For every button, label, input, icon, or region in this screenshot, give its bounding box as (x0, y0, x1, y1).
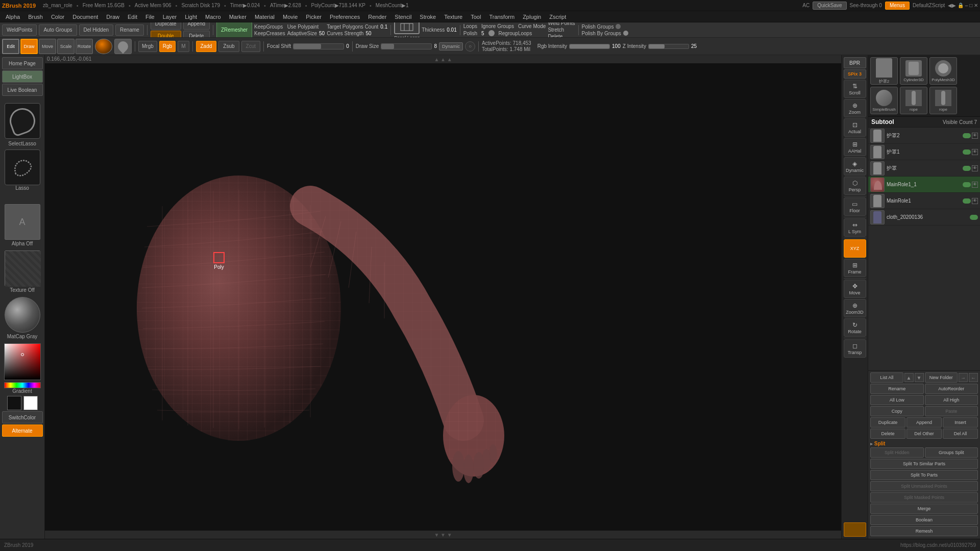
zoom-btn[interactable]: ⊕ Zoom (844, 99, 866, 117)
aahal-btn[interactable]: ⊞ AAHal (844, 138, 866, 156)
arrow-up-btn[interactable]: ▲ (904, 373, 914, 382)
foreground-color[interactable] (7, 396, 21, 410)
spix-badge[interactable]: SPix 3 (844, 69, 866, 79)
arrow-down-btn[interactable]: ▼ (915, 373, 924, 382)
alternate-btn[interactable]: Alternate (2, 424, 43, 437)
auto-reorder-btn[interactable]: AutoReorder (925, 384, 978, 394)
del-other-btn[interactable]: Del Other (906, 429, 942, 439)
subtool-item-hu1[interactable]: 护罩1 👁 (868, 144, 980, 160)
rename-btn[interactable]: Rename (115, 24, 144, 36)
persp-btn[interactable]: ⬡ Persp (844, 177, 866, 195)
delete-btn[interactable]: Delete (183, 31, 210, 38)
menu-layer[interactable]: Layer (159, 13, 181, 20)
rotate-nav-btn[interactable]: ↻ Rotate (844, 318, 866, 337)
menu-transform[interactable]: Transform (485, 13, 518, 20)
append-btn2[interactable]: Append (906, 417, 942, 428)
draw-size-ring[interactable]: ○ (465, 41, 475, 52)
zadd-btn[interactable]: Zadd (196, 41, 217, 52)
eye-toggle-hu1[interactable] (963, 149, 971, 155)
menu-alpha[interactable]: Alpha (2, 13, 23, 20)
eye-toggle-main1[interactable] (963, 198, 971, 204)
select-lasso-preview[interactable] (5, 103, 40, 139)
menu-color[interactable]: Color (47, 13, 68, 20)
color-picker[interactable] (4, 343, 41, 380)
actual-btn[interactable]: ⊡ Actual (844, 118, 866, 137)
see-through[interactable]: See-through 0 (850, 3, 882, 8)
stroke-preview[interactable] (114, 39, 132, 54)
menu-edit[interactable]: Edit (124, 13, 141, 20)
eye-toggle-hu[interactable] (963, 166, 971, 171)
dynamic-nav-btn[interactable]: ◈ Dynamic (844, 157, 866, 176)
background-color[interactable] (23, 396, 38, 410)
bpr-btn[interactable]: BPR (844, 57, 866, 68)
menu-picker[interactable]: Picker (302, 13, 325, 20)
panel-loops-icon[interactable] (394, 22, 420, 34)
frame-btn[interactable]: ⊞ Frame (844, 259, 866, 277)
menu-zplugin[interactable]: Zplugin (519, 13, 545, 20)
lock-main1-1[interactable]: 👁 (972, 182, 978, 188)
thumb-simplebrush[interactable]: SimpleBrush (870, 87, 898, 114)
menus-button[interactable]: Menus (885, 2, 910, 10)
draw-size-slider[interactable] (381, 43, 432, 49)
menu-stroke[interactable]: Stroke (416, 13, 439, 20)
delete-btn2[interactable]: Delete (870, 429, 905, 439)
menu-macro[interactable]: Macro (202, 13, 225, 20)
menu-marker[interactable]: Marker (226, 13, 250, 20)
thumb-polymesh3d[interactable]: PolyMesh3D (929, 57, 957, 85)
list-all-btn[interactable]: List All (870, 372, 903, 383)
bottom-orange-btn[interactable] (844, 522, 866, 537)
eye-toggle-hu2[interactable] (963, 133, 971, 138)
lightbox-btn[interactable]: LightBox (2, 70, 43, 83)
copy-btn[interactable]: Copy (870, 406, 924, 416)
eye-toggle-cloth[interactable] (970, 215, 978, 220)
edit-btn[interactable]: Edit (2, 39, 19, 54)
del-hidden-btn[interactable]: Del Hidden (79, 24, 113, 36)
scale-btn[interactable]: Scale (57, 39, 75, 54)
default-zscript[interactable]: DefaultZScript (913, 3, 945, 8)
mrgb-btn[interactable]: Mrgb (138, 41, 157, 52)
eye-toggle-main1-1[interactable] (963, 182, 971, 187)
scroll-btn[interactable]: ⇅ Scroll (844, 80, 866, 98)
move-nav-btn[interactable]: ✥ Move (844, 280, 866, 298)
polish-toggle[interactable] (488, 30, 495, 36)
menu-tool[interactable]: Tool (467, 13, 484, 20)
all-high-btn[interactable]: All High (925, 395, 978, 405)
split-unmasked-btn[interactable]: Split Unmasked Points (870, 481, 978, 491)
z-intensity-slider[interactable] (648, 44, 689, 49)
live-boolean-btn[interactable]: Live Boolean (2, 84, 43, 96)
folder-arrow-left[interactable]: ← (969, 373, 978, 382)
thumb-hu2[interactable]: 护罩2 (870, 57, 898, 85)
scroll-top[interactable]: ▲ ▲ ▲ (45, 55, 841, 63)
rotate-btn[interactable]: Rotate (76, 39, 93, 54)
m-btn[interactable]: M (178, 41, 189, 52)
folder-arrow-right[interactable]: → (959, 373, 968, 382)
append-btn[interactable]: Append (183, 22, 210, 30)
zsub-btn[interactable]: Zsub (218, 41, 239, 52)
subtool-item-hu[interactable]: 护罩 👁 (868, 160, 980, 177)
xyz-btn[interactable]: XYZ (844, 239, 866, 258)
lock-hu[interactable]: 👁 (972, 165, 978, 171)
menu-stencil[interactable]: Stencil (391, 13, 415, 20)
floor-btn[interactable]: ▭ Floor (844, 197, 866, 216)
split-similar-btn[interactable]: Split To Similar Parts (870, 459, 978, 469)
switch-color-btn[interactable]: SwitchColor (2, 411, 43, 423)
subtool-item-main1[interactable]: MainRole1 👁 (868, 193, 980, 209)
quicksave-button[interactable]: QuickSave (813, 2, 846, 10)
thumb-cylinder3d[interactable]: Cylinder3D (900, 57, 927, 85)
menu-texture[interactable]: Texture (440, 13, 466, 20)
duplicate-btn2[interactable]: Duplicate (870, 417, 905, 428)
menu-render[interactable]: Render (364, 13, 390, 20)
auto-groups-btn[interactable]: Auto Groups (39, 24, 77, 36)
merge-btn[interactable]: Merge (870, 504, 978, 514)
draw-btn[interactable]: Draw (20, 39, 38, 54)
focal-shift-slider[interactable] (293, 43, 344, 49)
remesh-btn[interactable]: Remesh (870, 526, 978, 536)
menu-material[interactable]: Material (251, 13, 278, 20)
rename-btn2[interactable]: Rename (870, 384, 924, 394)
all-low-btn[interactable]: All Low (870, 395, 924, 405)
hue-bar[interactable] (4, 382, 41, 388)
duplicate-btn[interactable]: Duplicate (151, 22, 181, 30)
rgb-intensity-slider[interactable] (569, 44, 610, 49)
subtool-item-cloth[interactable]: cloth_20200136 (868, 209, 980, 226)
thumb-rope2[interactable]: rope (929, 87, 957, 114)
